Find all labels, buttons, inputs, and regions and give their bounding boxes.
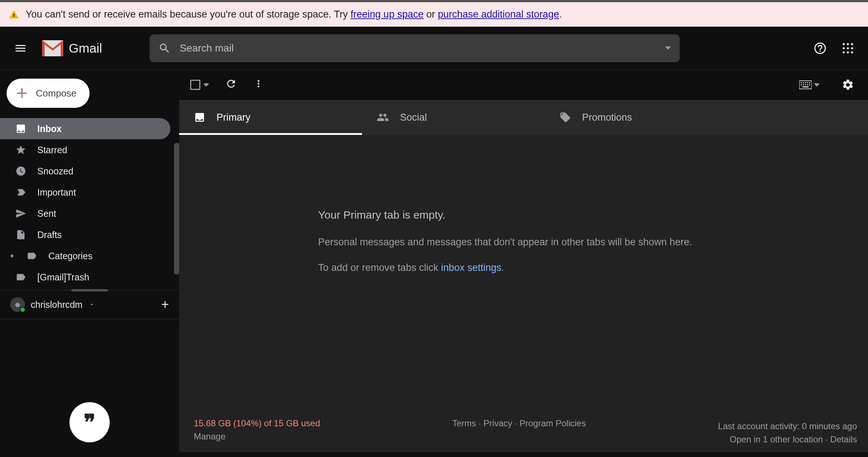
tab-promotions[interactable]: Promotions	[545, 100, 728, 135]
svg-point-8	[847, 51, 849, 53]
empty-title: Your Primary tab is empty.	[318, 201, 868, 229]
checkbox-icon	[190, 80, 200, 90]
tab-label: Primary	[216, 112, 250, 123]
svg-point-6	[851, 47, 853, 49]
hamburger-icon	[14, 42, 27, 55]
send-icon	[15, 208, 26, 219]
svg-rect-11	[801, 82, 802, 83]
svg-rect-15	[809, 82, 810, 83]
svg-rect-21	[803, 86, 809, 87]
storage-warning-banner: You can't send or receive emails because…	[0, 0, 868, 27]
inbox-settings-link[interactable]: inbox settings	[441, 262, 501, 273]
help-icon	[813, 41, 827, 55]
refresh-icon	[225, 78, 237, 90]
main-menu-button[interactable]	[11, 39, 30, 58]
tab-primary[interactable]: Primary	[179, 100, 362, 135]
last-activity: Last account activity: 0 minutes ago	[718, 421, 857, 431]
select-all-button[interactable]	[190, 80, 209, 90]
sidebar-item-label: [Gmail]Trash	[37, 272, 89, 283]
avatar: ☻	[10, 297, 25, 312]
search-options-button[interactable]	[665, 46, 671, 50]
input-tools-button[interactable]	[796, 78, 823, 92]
empty-inbox-message: Your Primary tab is empty. Personal mess…	[179, 135, 868, 452]
chevron-down-icon	[88, 301, 95, 308]
svg-rect-16	[801, 84, 802, 86]
more-vert-icon	[253, 78, 264, 89]
sidebar-item-label: Drafts	[37, 230, 62, 240]
svg-rect-14	[807, 82, 808, 83]
sidebar-scrollbar[interactable]	[174, 143, 179, 275]
main-panel: Primary Social Promotions Your Primary t…	[179, 70, 868, 452]
terms-link[interactable]: Terms	[452, 418, 476, 428]
hangouts-contact-row[interactable]: ☻ chrislohrcdm +	[0, 290, 179, 319]
svg-rect-20	[809, 84, 810, 86]
sidebar-item-label: Snoozed	[37, 166, 73, 177]
svg-point-3	[851, 43, 853, 45]
sidebar-item-inbox[interactable]: Inbox	[0, 118, 170, 139]
sidebar: Compose Inbox Starred Snoozed Important …	[0, 70, 179, 452]
svg-rect-18	[805, 84, 806, 86]
file-icon	[15, 229, 26, 240]
app-header: Gmail	[0, 27, 868, 70]
hangouts-username: chrislohrcdm	[31, 299, 83, 310]
tab-social[interactable]: Social	[362, 100, 545, 135]
sidebar-item-label: Important	[37, 187, 76, 198]
svg-rect-13	[805, 82, 806, 83]
sidebar-item-label: Sent	[37, 208, 56, 219]
people-icon	[377, 111, 389, 124]
chevron-down-icon	[203, 83, 209, 87]
svg-point-2	[847, 43, 849, 45]
compose-button[interactable]: Compose	[7, 79, 90, 108]
category-tabs: Primary Social Promotions	[179, 100, 868, 135]
svg-rect-12	[803, 82, 804, 83]
important-icon	[15, 187, 26, 198]
sidebar-item-important[interactable]: Important	[0, 182, 170, 203]
tab-label: Promotions	[582, 112, 632, 123]
svg-point-7	[843, 51, 845, 53]
svg-point-9	[851, 51, 853, 53]
banner-text: You can't send or receive emails because…	[26, 9, 562, 20]
sidebar-item-label: Starred	[37, 145, 67, 155]
chevron-down-icon	[814, 83, 820, 87]
refresh-button[interactable]	[225, 78, 237, 92]
drag-handle[interactable]	[71, 289, 108, 291]
svg-rect-19	[807, 84, 808, 86]
search-icon	[158, 42, 171, 54]
gear-icon	[842, 79, 854, 91]
tag-icon	[559, 112, 571, 123]
manage-storage-link[interactable]: Manage	[194, 431, 226, 441]
inbox-icon	[15, 123, 26, 134]
mail-toolbar	[179, 70, 868, 100]
purchase-storage-link[interactable]: purchase additional storage	[438, 9, 559, 20]
privacy-link[interactable]: Privacy	[483, 418, 512, 428]
more-button[interactable]	[253, 78, 264, 91]
settings-button[interactable]	[839, 76, 857, 94]
sidebar-item-drafts[interactable]: Drafts	[0, 224, 170, 245]
sidebar-item-categories[interactable]: Categories	[0, 245, 170, 267]
sidebar-item-snoozed[interactable]: Snoozed	[0, 160, 170, 182]
plus-icon	[15, 87, 29, 100]
freeing-up-space-link[interactable]: freeing up space	[351, 9, 424, 20]
empty-settings-hint: To add or remove tabs click inbox settin…	[318, 255, 868, 280]
sidebar-item-label: Inbox	[37, 124, 62, 134]
sidebar-item-gmail-trash[interactable]: [Gmail]Trash	[0, 267, 170, 288]
chevron-down-icon	[665, 46, 671, 50]
quote-icon: ❞	[84, 409, 95, 435]
hangouts-bubble-button[interactable]: ❞	[69, 402, 110, 442]
star-icon	[15, 144, 26, 155]
search-bar[interactable]	[150, 34, 680, 62]
sidebar-item-sent[interactable]: Sent	[0, 203, 170, 224]
google-apps-button[interactable]	[839, 39, 857, 57]
svg-rect-17	[803, 84, 804, 86]
sidebar-item-starred[interactable]: Starred	[0, 139, 170, 160]
inbox-icon	[194, 112, 205, 123]
app-name: Gmail	[69, 41, 102, 56]
new-conversation-button[interactable]: +	[161, 297, 169, 312]
apps-grid-icon	[842, 42, 854, 54]
details-link[interactable]: Details	[830, 434, 857, 444]
gmail-logo[interactable]: Gmail	[42, 40, 102, 56]
sidebar-item-label: Categories	[48, 251, 93, 261]
help-button[interactable]	[810, 38, 830, 58]
policies-link[interactable]: Program Policies	[520, 418, 586, 428]
search-input[interactable]	[180, 42, 656, 54]
